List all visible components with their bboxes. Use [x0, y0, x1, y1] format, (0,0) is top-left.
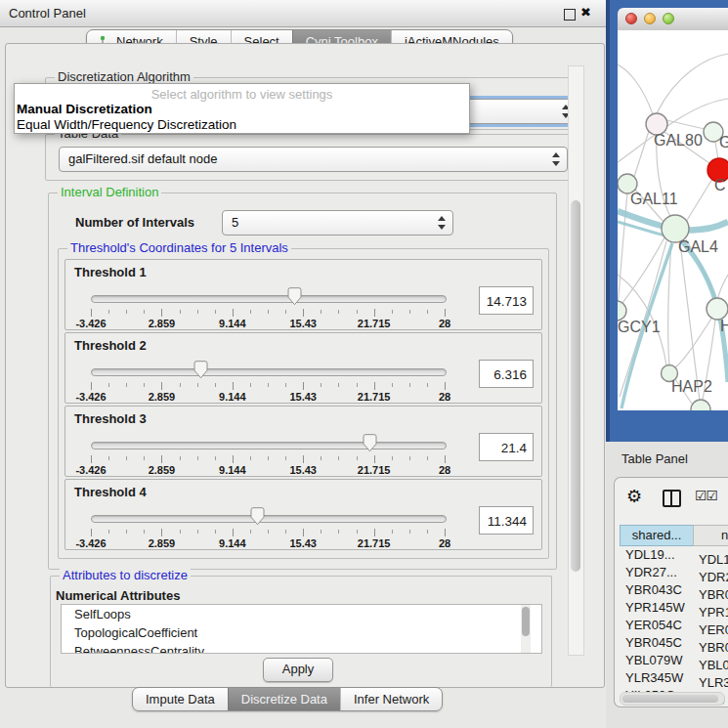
panel-title: Control Panel: [9, 6, 86, 21]
threshold-slider[interactable]: -3.4262.8599.14415.4321.71528: [91, 505, 445, 548]
table-row[interactable]: YLR345WYLR3: [620, 669, 728, 687]
dropdown-option-manual[interactable]: Manual Discretization: [15, 102, 469, 117]
algorithm-dropdown-popup: Select algorithm to view settings Manual…: [14, 83, 470, 134]
combo-stepper-icon: [438, 215, 447, 231]
apply-button[interactable]: Apply: [263, 658, 333, 682]
slider-ticks: [91, 455, 445, 464]
slider-thumb[interactable]: [363, 434, 377, 452]
slider-tick-labels: -3.4262.8599.14415.4321.71528: [91, 391, 445, 403]
threshold-label: Threshold 3: [74, 411, 147, 426]
float-window-icon[interactable]: [564, 9, 576, 21]
bottom-tab-bar: Impute Data Discretize Data Infer Networ…: [132, 687, 443, 711]
table-horizontal-scrollbar[interactable]: [620, 692, 725, 706]
thresholds-group: Threshold's Coordinates for 5 Intervals …: [58, 248, 549, 559]
combo-stepper-icon: [552, 151, 561, 167]
table-row[interactable]: YBL079WYBL0: [620, 652, 728, 669]
table-panel: Table Panel ⚙ ☑☑ shared... n YDL19...YDL…: [606, 442, 728, 728]
slider-thumb[interactable]: [250, 507, 265, 526]
threshold-panel-4: Threshold 4 -3.4262.8599.14415.4321.7152…: [64, 479, 542, 550]
num-intervals-combobox[interactable]: 5: [222, 210, 453, 236]
threshold-value-field[interactable]: 21.4: [479, 433, 534, 461]
node-h[interactable]: [707, 298, 728, 320]
node-bottom[interactable]: [691, 400, 710, 410]
interval-definition-group: Interval Definition Number of Intervals …: [48, 193, 557, 570]
threshold-panel-1: Threshold 1 -3.4262.8599.14415.4321.7152…: [64, 259, 542, 330]
interval-group-title: Interval Definition: [58, 186, 161, 199]
attribute-item[interactable]: TopologicalCoefficient: [62, 623, 541, 642]
algorithm-group-title: Discretization Algorithm: [55, 70, 193, 84]
scrollbar-thumb[interactable]: [571, 200, 580, 572]
table-row[interactable]: YER054CYER0: [620, 617, 728, 634]
attributes-list[interactable]: SelfLoopsTopologicalCoefficientBetweenne…: [61, 604, 542, 654]
threshold-slider[interactable]: -3.4262.8599.14415.4321.71528: [91, 359, 445, 402]
svg-text:GA: GA: [719, 134, 728, 150]
slider-track[interactable]: [91, 368, 447, 376]
table-row[interactable]: YDL19...YDL1: [620, 546, 728, 564]
table-data-group: Table Data galFiltered.sif default node: [45, 134, 581, 181]
gear-icon[interactable]: ⚙: [626, 486, 642, 507]
tab-impute-data[interactable]: Impute Data: [133, 688, 228, 710]
network-window-frame: GAL80 GA C GAL11 GAL4 GCY1 H HAP2: [606, 0, 728, 442]
table-row[interactable]: YBR043CYBR0: [620, 581, 728, 599]
zoom-traffic-light-icon[interactable]: [663, 13, 674, 24]
network-nodes[interactable]: [618, 113, 728, 410]
column-layout-icon[interactable]: [663, 490, 681, 507]
slider-tick-labels: -3.4262.8599.14415.4321.71528: [91, 537, 445, 549]
tab-discretize-data[interactable]: Discretize Data: [228, 688, 340, 710]
table-row[interactable]: YBR045CYBR0: [620, 634, 728, 652]
attributes-list-scrollbar[interactable]: [521, 605, 531, 653]
svg-text:C: C: [714, 177, 726, 193]
slider-ticks: [91, 529, 445, 537]
svg-text:GAL11: GAL11: [630, 191, 678, 207]
node-gcy1[interactable]: [618, 301, 626, 321]
thresholds-group-title: Threshold's Coordinates for 5 Intervals: [67, 241, 291, 255]
panel-vertical-scrollbar[interactable]: [568, 65, 584, 656]
threshold-slider[interactable]: -3.4262.8599.14415.4321.71528: [91, 432, 445, 475]
minimize-traffic-light-icon[interactable]: [644, 13, 656, 24]
close-icon[interactable]: ✖: [580, 5, 591, 20]
threshold-label: Threshold 1: [74, 265, 147, 279]
column-header-shared[interactable]: shared...: [620, 525, 694, 546]
slider-ticks: [91, 382, 445, 391]
select-columns-icon[interactable]: ☑☑: [695, 488, 717, 503]
table-rows: YDL19...YDL1YDR27...YDR2YBR043CYBR0YPR14…: [620, 546, 728, 705]
slider-ticks: [91, 309, 445, 318]
threshold-panel-2: Threshold 2 -3.4262.8599.14415.4321.7152…: [64, 332, 542, 404]
slider-track[interactable]: [91, 295, 447, 303]
threshold-value-field[interactable]: 14.713: [479, 286, 534, 315]
slider-tick-labels: -3.4262.8599.14415.4321.71528: [91, 464, 445, 476]
scrollbar-thumb[interactable]: [622, 695, 718, 703]
slider-track[interactable]: [91, 442, 447, 450]
network-window-titlebar: [618, 8, 728, 31]
threshold-value-field[interactable]: 6.316: [479, 360, 534, 388]
tab-infer-network[interactable]: Infer Network: [340, 688, 442, 710]
close-traffic-light-icon[interactable]: [625, 13, 637, 24]
slider-thumb[interactable]: [193, 361, 208, 379]
slider-thumb[interactable]: [287, 287, 302, 306]
threshold-panel-3: Threshold 3 -3.4262.8599.14415.4321.7152…: [64, 406, 542, 477]
table-row[interactable]: YPR145WYPR1: [620, 599, 728, 617]
threshold-label: Threshold 2: [74, 338, 147, 353]
slider-track[interactable]: [91, 515, 447, 523]
control-panel-titlebar: Control Panel ✖: [0, 0, 606, 27]
column-header-name[interactable]: n: [693, 525, 728, 546]
svg-text:GCY1: GCY1: [618, 319, 661, 335]
attribute-item[interactable]: SelfLoops: [62, 605, 541, 623]
attributes-group-title: Attributes to discretize: [60, 569, 191, 582]
dropdown-option-equal-width[interactable]: Equal Width/Frequency Discretization: [15, 117, 469, 133]
threshold-value-field[interactable]: 11.344: [479, 506, 534, 535]
table-panel-card: ⚙ ☑☑ shared... n YDL19...YDL1YDR27...YDR…: [614, 477, 728, 707]
threshold-panels: Threshold 1 -3.4262.8599.14415.4321.7152…: [64, 259, 542, 552]
network-view[interactable]: GAL80 GA C GAL11 GAL4 GCY1 H HAP2: [618, 30, 728, 410]
num-intervals-label: Number of Intervals: [75, 215, 194, 230]
table-row[interactable]: YDR27...YDR2: [620, 564, 728, 581]
table-panel-title: Table Panel: [621, 451, 688, 466]
threshold-label: Threshold 4: [74, 485, 147, 499]
svg-text:GAL4: GAL4: [678, 238, 718, 255]
numerical-attributes-label: Numerical Attributes: [56, 588, 180, 603]
attribute-item[interactable]: BetweennessCentrality: [62, 642, 541, 654]
cyni-toolbox-panel: Discretization Algorithm Select algorith…: [5, 43, 605, 688]
table-data-combobox[interactable]: galFiltered.sif default node: [59, 147, 568, 172]
svg-text:GAL80: GAL80: [654, 132, 703, 149]
threshold-slider[interactable]: -3.4262.8599.14415.4321.71528: [91, 285, 445, 328]
